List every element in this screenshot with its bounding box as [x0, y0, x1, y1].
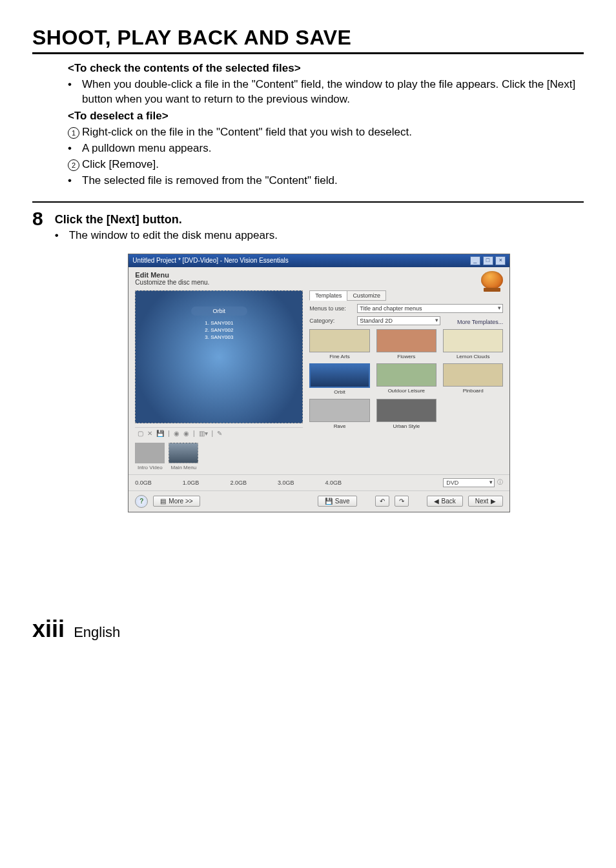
- circled-1-icon: 1: [68, 125, 82, 140]
- edit-header: Edit Menu Customize the disc menu.: [128, 267, 509, 290]
- edit-menu-sub: Customize the disc menu.: [135, 279, 209, 286]
- workarea: Orbit 1. SANY001 2. SANY002 3. SANY003 ▢…: [128, 290, 509, 474]
- category-row: Category: Standard 2D More Templates...: [309, 316, 503, 325]
- template-label: Outdoor Leisure: [388, 388, 425, 394]
- menu-preview: Orbit 1. SANY001 2. SANY002 3. SANY003: [135, 290, 303, 423]
- deselect-note-1-text: A pulldown menu appears.: [82, 141, 211, 156]
- tab-templates[interactable]: Templates: [309, 290, 347, 301]
- deselect-note-2-text: The selected file is removed from the "C…: [82, 174, 338, 188]
- menus-to-use-row: Menus to use: Title and chapter menus: [309, 304, 503, 313]
- template-outdoor-leisure[interactable]: Outdoor Leisure: [376, 363, 436, 395]
- template-label: Pinboard: [463, 388, 484, 394]
- more-icon: ▤: [160, 498, 166, 505]
- step-8-note: • The window to edit the disk menu appea…: [55, 229, 584, 242]
- deselect-heading: <To deselect a file>: [68, 110, 584, 123]
- bottom-bar: ? ▤ More >> 💾 Save ↶ ↷ ◀ Back: [128, 490, 509, 512]
- preview-item: 2. SANY002: [205, 327, 233, 333]
- template-rave[interactable]: Rave: [309, 399, 369, 429]
- more-button-label: More >>: [169, 498, 192, 505]
- next-arrow-icon: ▶: [491, 498, 496, 505]
- save-button[interactable]: 💾 Save: [318, 496, 357, 507]
- next-button[interactable]: Next ▶: [468, 496, 504, 507]
- save-disk-icon: 💾: [325, 498, 333, 505]
- next-button-label: Next: [475, 498, 489, 505]
- category-select[interactable]: Standard 2D: [357, 316, 440, 325]
- more-templates-link[interactable]: More Templates...: [457, 319, 503, 325]
- circled-2-icon: 2: [68, 157, 82, 172]
- save-icon[interactable]: 💾: [156, 430, 164, 437]
- back-button-label: Back: [442, 498, 456, 505]
- template-orbit[interactable]: Orbit: [309, 363, 369, 395]
- redo-button[interactable]: ↷: [395, 496, 409, 507]
- maximize-icon[interactable]: □: [483, 256, 493, 265]
- template-label: Fine Arts: [329, 354, 350, 359]
- tab-customize[interactable]: Customize: [347, 290, 386, 301]
- thumb-intro-label: Intro Video: [138, 465, 163, 470]
- template-label: Orbit: [334, 389, 345, 395]
- tool-icon[interactable]: ✎: [217, 430, 222, 437]
- layout-icon[interactable]: ▥▾: [199, 430, 208, 437]
- template-pinboard[interactable]: Pinboard: [443, 363, 503, 395]
- delete-icon[interactable]: ✕: [147, 430, 152, 437]
- preview-item: 1. SANY001: [205, 320, 233, 326]
- nav-next-icon[interactable]: ◉: [183, 430, 189, 437]
- deselect-note-1: • A pulldown menu appears.: [68, 141, 584, 156]
- menus-to-use-label: Menus to use:: [309, 305, 353, 312]
- deselect-step-2: 2 Click [Remove].: [68, 157, 584, 172]
- window-title-text: Untitled Project * [DVD-Video] - Nero Vi…: [132, 257, 288, 264]
- title-rule: [32, 52, 584, 54]
- new-icon[interactable]: ▢: [138, 430, 143, 437]
- disc-type-select[interactable]: DVD: [443, 478, 495, 487]
- step-number: 8: [32, 209, 43, 228]
- scale-tick: 3.0GB: [278, 479, 294, 486]
- thumb-intro[interactable]: Intro Video: [135, 443, 165, 470]
- back-arrow-icon: ◀: [434, 498, 439, 505]
- check-bullet: • When you double-click a file in the "C…: [68, 77, 584, 107]
- preview-item: 3. SANY003: [205, 334, 233, 340]
- size-bar: 0.0GB 1.0GB 2.0GB 3.0GB 4.0GB DVD ⓘ: [128, 474, 509, 490]
- template-fine-arts[interactable]: Fine Arts: [309, 329, 369, 359]
- nero-window: Untitled Project * [DVD-Video] - Nero Vi…: [128, 254, 510, 512]
- preview-column: Orbit 1. SANY001 2. SANY002 3. SANY003 ▢…: [135, 290, 303, 470]
- check-bullet-text: When you double-click a file in the "Con…: [82, 77, 584, 107]
- template-grid: Fine Arts Flowers Lemon Clouds Orbit Out…: [309, 329, 503, 429]
- edit-menu-label: Edit Menu: [135, 271, 169, 279]
- more-button[interactable]: ▤ More >>: [153, 496, 200, 507]
- deselect-step-1-text: Right-click on the file in the "Content"…: [82, 125, 412, 140]
- disc-info-icon[interactable]: ⓘ: [497, 478, 503, 487]
- template-flowers[interactable]: Flowers: [376, 329, 436, 359]
- size-scale: 0.0GB 1.0GB 2.0GB 3.0GB 4.0GB: [135, 479, 342, 486]
- menus-to-use-select[interactable]: Title and chapter menus: [357, 304, 503, 313]
- template-label: Urban Style: [393, 423, 420, 429]
- check-heading: <To check the contents of the selected f…: [68, 62, 584, 75]
- scale-tick: 1.0GB: [183, 479, 200, 486]
- help-button[interactable]: ?: [135, 495, 148, 508]
- bullet-dot-icon: •: [55, 229, 69, 242]
- thumb-main[interactable]: Main Menu: [169, 443, 198, 470]
- preview-title: Orbit: [191, 307, 248, 316]
- scale-tick: 4.0GB: [325, 479, 342, 486]
- deselect-note-2: • The selected file is removed from the …: [68, 174, 584, 188]
- template-label: Lemon Clouds: [457, 354, 490, 359]
- back-button[interactable]: ◀ Back: [427, 496, 463, 507]
- template-lemon-clouds[interactable]: Lemon Clouds: [443, 329, 503, 359]
- nav-prev-icon[interactable]: ◉: [174, 430, 180, 437]
- close-icon[interactable]: ×: [495, 256, 506, 265]
- preview-thumbs: Intro Video Main Menu: [135, 443, 303, 470]
- bullet-dot-icon: •: [68, 141, 82, 156]
- step-8-note-text: The window to edit the disk menu appears…: [69, 229, 278, 242]
- page-footer: xiii English: [32, 616, 584, 643]
- deselect-step-1: 1 Right-click on the file in the "Conten…: [68, 125, 584, 140]
- deselect-step-2-text: Click [Remove].: [82, 157, 159, 172]
- minimize-icon[interactable]: _: [470, 256, 480, 265]
- template-urban-style[interactable]: Urban Style: [376, 399, 436, 429]
- undo-button[interactable]: ↶: [375, 496, 389, 507]
- save-button-label: Save: [335, 498, 350, 505]
- page-title: SHOOT, PLAY BACK AND SAVE: [32, 26, 584, 50]
- right-panel: Templates Customize Menus to use: Title …: [309, 290, 503, 470]
- tabs: Templates Customize: [309, 290, 503, 301]
- page-number-roman: xiii: [32, 616, 65, 642]
- scale-tick: 2.0GB: [230, 479, 247, 486]
- template-label: Flowers: [397, 354, 415, 359]
- scale-tick: 0.0GB: [135, 479, 152, 486]
